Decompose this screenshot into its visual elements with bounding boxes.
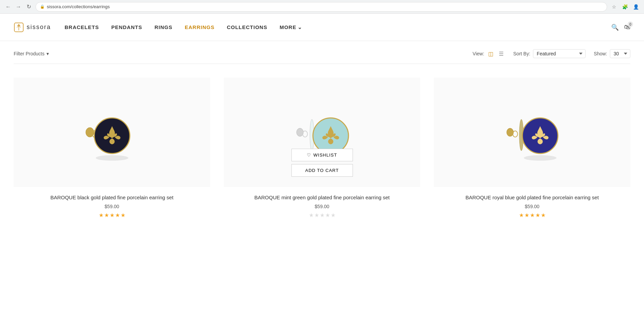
filter-dropdown-icon: ▾ bbox=[46, 51, 49, 56]
view-group: View: ◫ ☰ bbox=[472, 50, 505, 58]
star-4: ★ bbox=[115, 212, 120, 218]
svg-point-2 bbox=[87, 130, 93, 135]
products-section: BAROQUE black gold plated fine porcelain… bbox=[0, 64, 644, 232]
url-text: sissora.com/collections/earrings bbox=[47, 4, 110, 9]
cart-badge: 0 bbox=[628, 22, 633, 27]
lock-icon: 🔒 bbox=[40, 4, 45, 9]
nav-earrings[interactable]: EARRINGS bbox=[185, 24, 215, 30]
logo-icon bbox=[14, 22, 24, 32]
product-stars-mint: ★ ★ ★ ★ ★ bbox=[309, 212, 335, 218]
filter-products-button[interactable]: Filter Products ▾ bbox=[14, 51, 49, 56]
earring-image-black bbox=[64, 98, 160, 166]
list-view-button[interactable]: ☰ bbox=[497, 50, 505, 58]
main-nav: BRACELETS PENDANTS RINGS EARRINGS COLLEC… bbox=[65, 24, 611, 30]
wishlist-button-mint[interactable]: ♡ WISHLIST bbox=[291, 149, 353, 161]
browser-nav-buttons: ← → ↻ bbox=[4, 3, 33, 11]
site-header: sissora BRACELETS PENDANTS RINGS EARRING… bbox=[0, 14, 644, 41]
search-button[interactable]: 🔍 bbox=[611, 24, 619, 31]
star-2: ★ bbox=[314, 212, 319, 218]
product-price-royal-blue: $59.00 bbox=[525, 204, 539, 209]
logo-link[interactable]: sissora bbox=[14, 22, 51, 32]
svg-point-8 bbox=[303, 131, 307, 137]
star-4: ★ bbox=[325, 212, 330, 218]
sort-label: Sort By: bbox=[513, 51, 530, 56]
grid-view-button[interactable]: ◫ bbox=[487, 50, 495, 58]
sort-group: Sort By: Featured Best Selling Price: Lo… bbox=[513, 49, 586, 58]
forward-button[interactable]: → bbox=[14, 3, 23, 11]
browser-action-buttons: ☆ 🧩 👤 bbox=[610, 3, 640, 11]
product-image-royal-blue bbox=[434, 78, 630, 187]
product-price-mint: $59.00 bbox=[315, 204, 329, 209]
star-1: ★ bbox=[519, 212, 524, 218]
logo-text: sissora bbox=[27, 24, 51, 31]
star-5: ★ bbox=[121, 212, 125, 218]
product-title-mint: BAROQUE mint green gold plated fine porc… bbox=[254, 194, 389, 201]
view-label: View: bbox=[472, 51, 484, 56]
products-grid: BAROQUE black gold plated fine porcelain… bbox=[14, 78, 630, 218]
product-card-royal-blue[interactable]: BAROQUE royal blue gold plated fine porc… bbox=[434, 78, 630, 218]
toolbar: Filter Products ▾ View: ◫ ☰ Sort By: Fea… bbox=[0, 41, 644, 64]
product-card-black[interactable]: BAROQUE black gold plated fine porcelain… bbox=[14, 78, 210, 218]
svg-point-7 bbox=[298, 130, 302, 135]
product-actions-mint: ♡ WISHLIST ADD TO CART bbox=[291, 149, 353, 177]
header-actions: 🔍 🛍 0 bbox=[611, 24, 630, 31]
sort-select[interactable]: Featured Best Selling Price: Low to High… bbox=[533, 49, 586, 58]
wishlist-label: WISHLIST bbox=[313, 152, 337, 158]
filter-label: Filter Products bbox=[14, 51, 44, 56]
star-5: ★ bbox=[541, 212, 546, 218]
star-3: ★ bbox=[530, 212, 535, 218]
star-3: ★ bbox=[320, 212, 325, 218]
nav-more[interactable]: MORE ⌄ bbox=[279, 24, 302, 30]
address-bar[interactable]: 🔒 sissora.com/collections/earrings bbox=[36, 2, 607, 12]
back-button[interactable]: ← bbox=[4, 3, 12, 11]
chevron-down-icon: ⌄ bbox=[298, 24, 302, 30]
star-3: ★ bbox=[110, 212, 114, 218]
show-label: Show: bbox=[594, 51, 607, 56]
reload-button[interactable]: ↻ bbox=[25, 3, 33, 11]
product-image-black bbox=[14, 78, 210, 187]
product-stars-black: ★ ★ ★ ★ ★ bbox=[99, 212, 125, 218]
star-5: ★ bbox=[331, 212, 335, 218]
heart-icon: ♡ bbox=[307, 152, 311, 158]
nav-bracelets[interactable]: BRACELETS bbox=[65, 24, 99, 30]
svg-point-13 bbox=[508, 130, 512, 135]
nav-rings[interactable]: RINGS bbox=[154, 24, 173, 30]
product-image-mint: ♡ WISHLIST ADD TO CART bbox=[224, 78, 420, 187]
product-title-black: BAROQUE black gold plated fine porcelain… bbox=[50, 194, 173, 201]
product-card-mint[interactable]: ♡ WISHLIST ADD TO CART BAROQUE mint gree… bbox=[224, 78, 420, 218]
show-group: Show: 30 60 90 bbox=[594, 49, 630, 58]
svg-point-14 bbox=[513, 131, 518, 137]
show-select[interactable]: 30 60 90 bbox=[610, 49, 630, 58]
browser-chrome: ← → ↻ 🔒 sissora.com/collections/earrings… bbox=[0, 0, 644, 14]
cart-button[interactable]: 🛍 0 bbox=[624, 24, 630, 31]
star-1: ★ bbox=[309, 212, 314, 218]
toolbar-right: View: ◫ ☰ Sort By: Featured Best Selling… bbox=[472, 49, 630, 58]
extensions-button[interactable]: 🧩 bbox=[621, 3, 629, 11]
nav-pendants[interactable]: PENDANTS bbox=[111, 24, 142, 30]
earring-image-royal-blue bbox=[484, 98, 580, 166]
star-2: ★ bbox=[104, 212, 109, 218]
bookmark-button[interactable]: ☆ bbox=[610, 3, 618, 11]
star-4: ★ bbox=[535, 212, 540, 218]
svg-point-17 bbox=[524, 155, 557, 161]
svg-point-5 bbox=[96, 155, 128, 161]
product-stars-royal-blue: ★ ★ ★ ★ ★ bbox=[519, 212, 546, 218]
star-1: ★ bbox=[99, 212, 104, 218]
profile-button[interactable]: 👤 bbox=[632, 3, 640, 11]
star-2: ★ bbox=[524, 212, 529, 218]
product-title-royal-blue: BAROQUE royal blue gold plated fine porc… bbox=[465, 194, 599, 201]
nav-collections[interactable]: COLLECTIONS bbox=[227, 24, 268, 30]
add-to-cart-button-mint[interactable]: ADD TO CART bbox=[291, 164, 353, 177]
product-price-black: $59.00 bbox=[105, 204, 119, 209]
